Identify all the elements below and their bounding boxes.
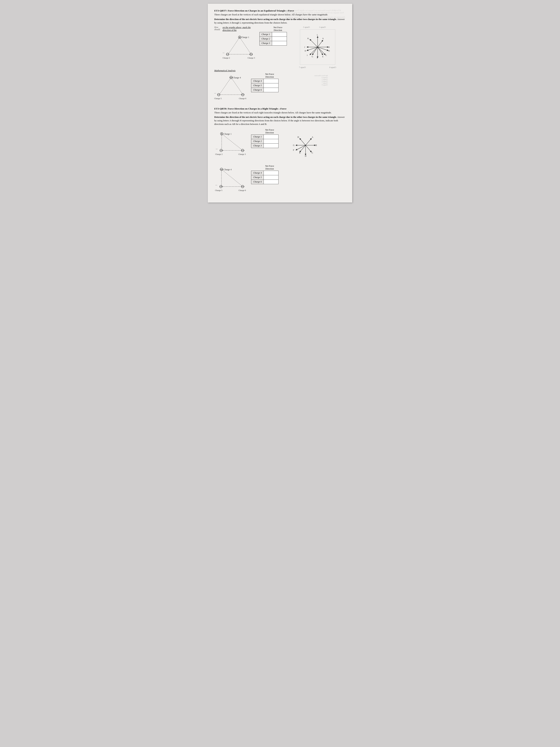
- svg-text:—: —: [216, 148, 218, 150]
- compass-section2: A B C D E F G H: [291, 129, 320, 162]
- section1: ET3-QRT7: Force Direction on Charges in …: [214, 9, 346, 103]
- table4-block: Net ForceDirection Charge 4 Charge 5 Cha…: [251, 165, 288, 184]
- svg-line-17: [318, 47, 323, 54]
- answer1-cell-t1[interactable]: [272, 32, 287, 36]
- svg-text:F: F: [317, 57, 318, 59]
- charge1-cell-t3: Charge 1: [251, 134, 264, 139]
- svg-text:Charge 5: Charge 5: [214, 97, 222, 100]
- table-row: Charge 6: [251, 87, 278, 92]
- svg-line-70: [296, 145, 305, 150]
- svg-text:D: D: [305, 155, 306, 157]
- svg-text:A: A: [312, 136, 313, 138]
- table3-block: Net ForceDirection Charge 1 Charge 2 Cha…: [251, 129, 288, 148]
- svg-line-40: [219, 77, 231, 95]
- svg-text:J: J: [304, 46, 305, 48]
- svg-line-69: [300, 145, 305, 152]
- charge2-label-tri1: Charge 2: [222, 57, 230, 59]
- answer5-cell-t2[interactable]: [264, 83, 278, 87]
- equilateral-triangle1-svg: Charge 1 — Charge 2 Charge 3: [222, 32, 257, 62]
- charge2-cell-t3: Charge 2: [251, 139, 264, 144]
- answer2-cell-t3[interactable]: [264, 139, 278, 144]
- svg-text:H: H: [304, 50, 306, 52]
- svg-text:E: E: [299, 152, 300, 154]
- table-row: Charge 4: [251, 171, 278, 175]
- table-row: Charge 2: [260, 36, 287, 41]
- table-row: Charge 5: [251, 175, 278, 180]
- charge2-cell-t1: Charge 2: [260, 36, 272, 41]
- answer6-cell-t2[interactable]: [264, 87, 278, 92]
- charge4-cell-t4: Charge 4: [251, 171, 264, 175]
- math-analysis-label: Mathematical Analysis: [214, 69, 346, 72]
- right-triangle2-block: Charge 4 — Charge 5 Charge 6: [214, 165, 248, 195]
- visual-label1: on the graphs above, mark the direction …: [222, 26, 257, 32]
- answer3-cell-t3[interactable]: [264, 144, 278, 148]
- table-row: Charge 2: [251, 139, 278, 144]
- mirror-label-bottom-left: Charge 8: [329, 66, 336, 68]
- section2-title: ET3-QRT8: Force Direction on Charges in …: [214, 107, 346, 110]
- svg-text:Charge 6: Charge 6: [239, 189, 246, 191]
- answer4-cell-t2[interactable]: [264, 79, 278, 83]
- table2-block: Net ForceDirection Charge 4 Charge 5 Cha…: [251, 73, 288, 92]
- svg-text:B: B: [328, 46, 330, 48]
- svg-text:H: H: [297, 136, 299, 138]
- answer5-cell-t4[interactable]: [264, 175, 278, 180]
- svg-text:Charge 5: Charge 5: [215, 189, 222, 191]
- svg-line-3: [228, 37, 240, 54]
- table2: Charge 4 Charge 5 Charge 6: [251, 79, 278, 92]
- svg-text:L: L: [317, 34, 318, 36]
- svg-text:G: G: [312, 55, 313, 58]
- charge3-cell-t1: Charge 3: [260, 41, 272, 45]
- svg-text:E: E: [322, 55, 323, 58]
- svg-line-41: [231, 77, 243, 95]
- table2-header: Net ForceDirection: [251, 73, 288, 78]
- section2-desc2: Determine the direction of the net elect…: [214, 115, 346, 126]
- svg-text:Charge 1: Charge 1: [223, 133, 232, 135]
- charge5-cell-t4: Charge 5: [251, 175, 264, 180]
- right-triangle1-svg: Charge 1 — Charge 2 Charge 3: [214, 129, 248, 158]
- svg-text:I: I: [307, 54, 308, 56]
- table4: Charge 4 Charge 5 Charge 6: [251, 171, 278, 184]
- answer4-cell-t4[interactable]: [264, 171, 278, 175]
- svg-line-72: [300, 139, 305, 145]
- answer6-cell-t4[interactable]: [264, 180, 278, 184]
- table-row: Charge 1: [251, 134, 278, 139]
- svg-text:F: F: [293, 149, 294, 151]
- svg-text:C: C: [325, 54, 327, 56]
- svg-text:Charge 4: Charge 4: [233, 76, 241, 79]
- table1-block: Net ForceDirection Charge 1 Charge 2 Cha…: [260, 26, 296, 46]
- mirror-charge3: Charge 3: [299, 26, 314, 28]
- mirror-label-bottom-right: Charge 7: [299, 66, 306, 68]
- svg-text:B: B: [315, 144, 317, 147]
- triangle1-block: on the graphs above, mark the direction …: [222, 26, 257, 62]
- charge5-cell-t2: Charge 5: [251, 83, 264, 87]
- svg-text:Charge 6: Charge 6: [239, 97, 246, 100]
- svg-text:C: C: [312, 152, 313, 154]
- charge1-cell-t1: Charge 1: [260, 32, 272, 36]
- right-triangle2-svg: Charge 4 — Charge 5 Charge 6: [214, 165, 248, 194]
- charge4-cell-t2: Charge 4: [251, 79, 264, 83]
- svg-line-13: [318, 41, 323, 47]
- table1: Charge 1 Charge 2 Charge 3: [260, 32, 287, 46]
- section1-desc2: Determine the direction of the net elect…: [214, 18, 346, 25]
- table4-header: Net ForceDirection: [251, 165, 288, 170]
- answer2-cell-t1[interactable]: [272, 36, 287, 41]
- svg-text:Charge 3: Charge 3: [238, 153, 246, 155]
- charge6-cell-t4: Charge 6: [251, 180, 264, 184]
- answer3-cell-t1[interactable]: [272, 41, 287, 45]
- table-row: Charge 6: [251, 180, 278, 184]
- answer1-cell-t3[interactable]: [264, 134, 278, 139]
- compass-section1: Charge 3 Charge 1: [299, 26, 336, 68]
- svg-text:—: —: [215, 184, 217, 186]
- charge3-label-tri1: Charge 3: [247, 57, 255, 59]
- svg-text:—: —: [222, 52, 224, 54]
- svg-text:K: K: [308, 37, 309, 40]
- table1-header: Net ForceDirection: [260, 26, 296, 32]
- svg-text:D: D: [328, 50, 330, 52]
- svg-text:G: G: [293, 144, 295, 147]
- svg-text:A: A: [322, 37, 324, 40]
- equilateral-triangle2-svg: Charge 4 — Charge 5 Charge 6: [214, 73, 248, 102]
- table-row: Charge 3: [260, 41, 287, 45]
- table3-header: Net ForceDirection: [251, 129, 288, 134]
- section2: ET3-QRT8: Force Direction on Charges in …: [214, 107, 346, 195]
- svg-text:Charge 2: Charge 2: [215, 153, 222, 155]
